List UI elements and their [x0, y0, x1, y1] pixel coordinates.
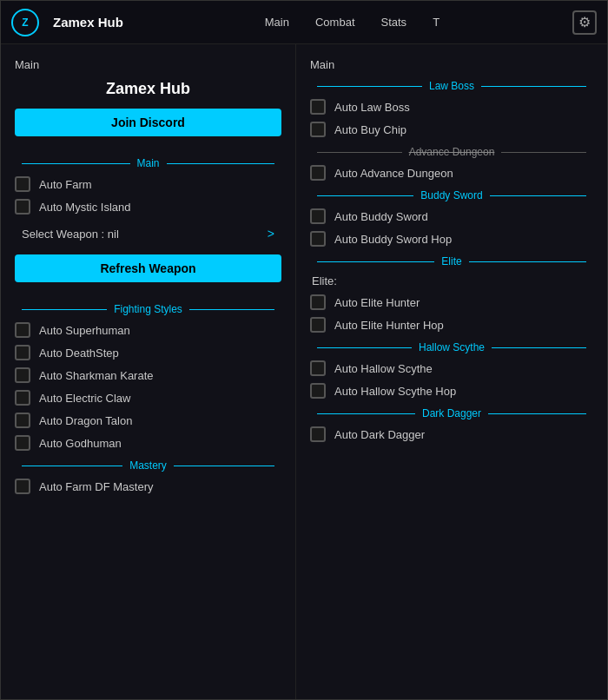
auto-advance-dungeon-row[interactable]: Auto Advance Dungeon [310, 165, 593, 181]
gear-icon[interactable]: ⚙ [572, 10, 597, 35]
auto-farm-df-mastery-label: Auto Farm DF Mastery [39, 480, 153, 493]
auto-buddy-sword-label: Auto Buddy Sword [334, 210, 428, 223]
auto-hallow-scythe-checkbox[interactable] [310, 360, 326, 376]
hallow-scythe-divider: Hallow Scythe [310, 341, 593, 353]
left-section-title: Main [15, 58, 281, 71]
auto-godhuman-row[interactable]: Auto Godhuman [15, 435, 281, 451]
auto-farm-df-mastery-row[interactable]: Auto Farm DF Mastery [15, 479, 281, 494]
auto-buddy-sword-hop-row[interactable]: Auto Buddy Sword Hop [310, 231, 593, 247]
tab-main[interactable]: Main [265, 12, 289, 32]
auto-hallow-scythe-label: Auto Hallow Scythe [334, 362, 433, 375]
auto-farm-df-mastery-checkbox[interactable] [15, 479, 30, 494]
auto-hallow-scythe-row[interactable]: Auto Hallow Scythe [310, 360, 593, 376]
auto-buy-chip-label: Auto Buy Chip [334, 123, 406, 136]
auto-godhuman-label: Auto Godhuman [39, 437, 122, 450]
auto-elite-hunter-row[interactable]: Auto Elite Hunter [310, 294, 593, 310]
auto-dragon-talon-label: Auto Dragon Talon [39, 414, 132, 427]
auto-deathstep-checkbox[interactable] [15, 345, 30, 360]
right-section-title: Main [310, 58, 593, 71]
auto-godhuman-checkbox[interactable] [15, 435, 30, 451]
content-area: Main Zamex Hub Join Discord Main Auto Fa… [1, 44, 607, 699]
auto-law-boss-checkbox[interactable] [310, 99, 326, 115]
auto-sharkman-label: Auto Sharkman Karate [39, 369, 154, 382]
auto-hallow-scythe-hop-checkbox[interactable] [310, 383, 326, 399]
auto-electric-claw-label: Auto Electric Claw [39, 392, 130, 405]
auto-buddy-sword-row[interactable]: Auto Buddy Sword [310, 208, 593, 224]
chevron-right-icon: > [268, 227, 274, 241]
hub-title: Zamex Hub [15, 80, 281, 98]
elite-sub-label: Elite: [310, 274, 593, 287]
auto-sharkman-row[interactable]: Auto Sharkman Karate [15, 367, 281, 383]
right-panel: Main Law Boss Auto Law Boss Auto Buy Chi… [296, 44, 607, 699]
auto-mystic-island-label: Auto Mystic Island [39, 201, 131, 214]
auto-dragon-talon-row[interactable]: Auto Dragon Talon [15, 413, 281, 428]
auto-elite-hunter-checkbox[interactable] [310, 294, 326, 310]
app-logo: Z [11, 9, 39, 36]
auto-mystic-island-row[interactable]: Auto Mystic Island [15, 199, 281, 215]
auto-buddy-sword-hop-label: Auto Buddy Sword Hop [334, 233, 452, 246]
auto-law-boss-row[interactable]: Auto Law Boss [310, 99, 593, 115]
auto-superhuman-checkbox[interactable] [15, 322, 30, 338]
auto-mystic-island-checkbox[interactable] [15, 199, 30, 215]
auto-buddy-sword-checkbox[interactable] [310, 208, 326, 224]
mastery-divider: Mastery [15, 459, 281, 472]
law-boss-divider: Law Boss [310, 80, 593, 92]
refresh-weapon-button[interactable]: Refresh Weapon [15, 254, 281, 282]
auto-deathstep-row[interactable]: Auto DeathStep [15, 345, 281, 360]
auto-dragon-talon-checkbox[interactable] [15, 413, 30, 428]
auto-hallow-scythe-hop-row[interactable]: Auto Hallow Scythe Hop [310, 383, 593, 399]
auto-law-boss-label: Auto Law Boss [334, 101, 410, 114]
select-weapon-row[interactable]: Select Weapon : nil > [15, 221, 281, 246]
auto-dark-dagger-label: Auto Dark Dagger [334, 428, 425, 441]
left-panel: Main Zamex Hub Join Discord Main Auto Fa… [1, 44, 296, 699]
app-window: Z Zamex Hub Main Combat Stats T ⚙ Main Z… [0, 0, 608, 700]
auto-dark-dagger-checkbox[interactable] [310, 426, 326, 442]
auto-advance-dungeon-label: Auto Advance Dungeon [334, 167, 453, 180]
auto-hallow-scythe-hop-label: Auto Hallow Scythe Hop [334, 385, 456, 398]
auto-elite-hunter-label: Auto Elite Hunter [334, 296, 420, 309]
auto-farm-row[interactable]: Auto Farm [15, 176, 281, 192]
auto-sharkman-checkbox[interactable] [15, 367, 30, 383]
dark-dagger-divider: Dark Dagger [310, 407, 593, 419]
auto-elite-hunter-hop-checkbox[interactable] [310, 317, 326, 333]
auto-buy-chip-row[interactable]: Auto Buy Chip [310, 122, 593, 137]
select-weapon-text: Select Weapon : nil [22, 228, 119, 241]
join-discord-button[interactable]: Join Discord [15, 109, 281, 136]
auto-advance-dungeon-checkbox[interactable] [310, 165, 326, 181]
advance-dungeon-divider: Advance Dungeon [310, 146, 593, 158]
auto-superhuman-row[interactable]: Auto Superhuman [15, 322, 281, 338]
nav-tabs: Main Combat Stats T [146, 12, 558, 32]
app-title: Zamex Hub [53, 15, 123, 30]
title-bar: Z Zamex Hub Main Combat Stats T ⚙ [1, 1, 607, 44]
auto-elite-hunter-hop-label: Auto Elite Hunter Hop [334, 319, 444, 332]
tab-t[interactable]: T [433, 12, 439, 32]
auto-dark-dagger-row[interactable]: Auto Dark Dagger [310, 426, 593, 442]
tab-stats[interactable]: Stats [381, 12, 407, 32]
auto-farm-checkbox[interactable] [15, 176, 30, 192]
auto-electric-claw-row[interactable]: Auto Electric Claw [15, 390, 281, 406]
auto-electric-claw-checkbox[interactable] [15, 390, 30, 406]
fighting-styles-divider: Fighting Styles [15, 303, 281, 315]
tab-combat[interactable]: Combat [315, 12, 355, 32]
auto-superhuman-label: Auto Superhuman [39, 324, 130, 337]
auto-buddy-sword-hop-checkbox[interactable] [310, 231, 326, 247]
auto-elite-hunter-hop-row[interactable]: Auto Elite Hunter Hop [310, 317, 593, 333]
auto-deathstep-label: Auto DeathStep [39, 347, 119, 360]
auto-buy-chip-checkbox[interactable] [310, 122, 326, 137]
elite-divider: Elite [310, 255, 593, 267]
buddy-sword-divider: Buddy Sword [310, 189, 593, 201]
main-divider: Main [15, 157, 281, 169]
auto-farm-label: Auto Farm [39, 178, 92, 191]
